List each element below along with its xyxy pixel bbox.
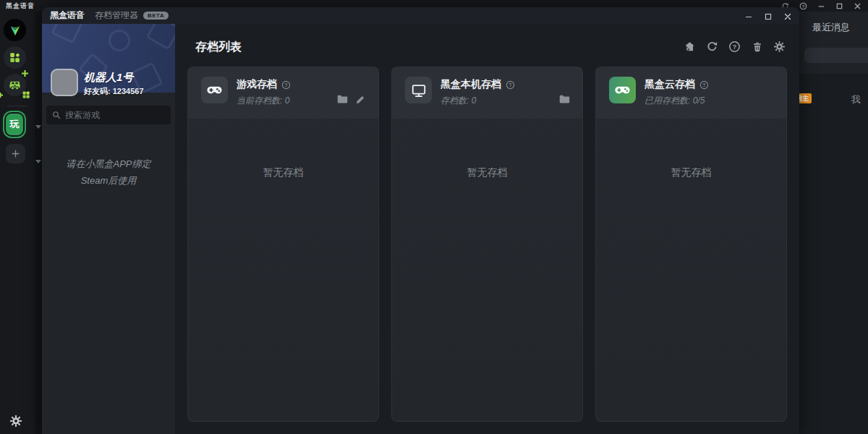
modal-titlebar: 黑盒语音 存档管理器 BETA: [42, 7, 799, 24]
help-icon[interactable]: ?: [506, 80, 515, 90]
mini-apps-badge-icon: [22, 90, 30, 99]
empty-state-text: 暂无存档: [392, 166, 582, 179]
friend-code: 好友码: 1234567: [84, 86, 144, 97]
me-label: 我: [851, 93, 861, 106]
save-list-toolbar: ?: [683, 40, 786, 54]
profile-panel: 机器人1号 好友码: 1234567 请在小黑盒APP绑定 Steam后使用: [42, 24, 175, 434]
close-icon[interactable]: [783, 12, 792, 21]
add-button[interactable]: [6, 144, 25, 163]
svg-text:?: ?: [703, 82, 706, 87]
home-icon[interactable]: [683, 40, 697, 54]
trash-icon[interactable]: [750, 40, 764, 54]
background-window-edge: [35, 12, 42, 434]
avatar[interactable]: [51, 69, 78, 96]
app-title: 黑盒语音: [6, 1, 35, 11]
help-icon[interactable]: ?: [799, 1, 807, 10]
save-card-local[interactable]: 黑盒本机存档 ? 存档数: 0 暂无存档: [391, 67, 583, 422]
svg-text:?: ?: [801, 4, 804, 8]
beta-badge: BETA: [143, 12, 169, 20]
save-list-panel: 存档列表 ?: [175, 24, 799, 434]
help-icon[interactable]: ?: [281, 80, 291, 90]
gear-icon[interactable]: [773, 40, 786, 54]
edit-icon[interactable]: [354, 93, 367, 106]
empty-state-text: 暂无存档: [188, 166, 378, 179]
sparkle-icon: [0, 93, 3, 98]
empty-state-text: 暂无存档: [596, 166, 786, 179]
chevron-down-icon[interactable]: [35, 125, 41, 129]
chevron-down-icon[interactable]: [35, 160, 41, 163]
gamepad-icon: [201, 77, 228, 103]
folder-icon[interactable]: [336, 93, 349, 106]
gamepad-cloud-icon: [609, 77, 636, 103]
game-search-box[interactable]: [46, 106, 171, 124]
play-tab-label: 玩: [10, 118, 20, 131]
help-icon[interactable]: ?: [728, 40, 741, 54]
screen: 黑盒语音 ?: [0, 0, 868, 434]
bind-hint-line2: Steam后使用: [42, 174, 175, 187]
card-subtitle: 已用存档数: 0/5: [644, 95, 705, 107]
save-card-game[interactable]: 游戏存档 ? 当前存档数: 0 暂无存档: [187, 67, 379, 422]
minimize-icon[interactable]: [744, 12, 753, 21]
recent-messages-panel: 最近消息: [799, 12, 868, 434]
modal-page-name: 存档管理器: [95, 9, 138, 22]
monitor-icon: [405, 77, 432, 103]
heybox-logo[interactable]: [4, 19, 26, 41]
minimize-icon[interactable]: [817, 1, 825, 10]
card-subtitle: 当前存档数: 0: [237, 95, 289, 107]
card-title: 黑盒本机存档: [441, 78, 501, 91]
svg-text:?: ?: [509, 82, 512, 87]
gear-icon[interactable]: [9, 414, 22, 427]
app-sidebar: 玩: [0, 12, 35, 434]
message-card[interactable]: [804, 48, 868, 63]
close-icon[interactable]: [853, 1, 861, 10]
bind-hint-line1: 请在小黑盒APP绑定: [42, 158, 175, 171]
play-tab-button[interactable]: 玩: [6, 114, 23, 135]
card-subtitle: 存档数: 0: [441, 95, 476, 107]
card-title: 游戏存档: [237, 78, 277, 91]
maximize-icon[interactable]: [835, 1, 843, 10]
apps-grid-icon[interactable]: [4, 46, 26, 69]
save-card-cloud[interactable]: 黑盒云存档 ? 已用存档数: 0/5 暂无存档: [595, 67, 787, 422]
card-title: 黑盒云存档: [644, 78, 695, 91]
refresh-icon[interactable]: [705, 40, 719, 54]
profile-name: 机器人1号: [84, 71, 133, 85]
search-input[interactable]: [65, 110, 165, 120]
svg-text:?: ?: [285, 82, 288, 87]
maximize-icon[interactable]: [764, 12, 773, 21]
help-icon[interactable]: ?: [699, 80, 709, 90]
page-title: 存档列表: [195, 40, 242, 55]
modal-window-controls: [744, 12, 792, 21]
modal-app-name: 黑盒语音: [50, 9, 85, 22]
folder-icon[interactable]: [558, 93, 571, 106]
game-bus-icon[interactable]: [4, 74, 26, 96]
sparkle-icon: [22, 70, 28, 77]
save-manager-window: 黑盒语音 存档管理器 BETA: [42, 7, 799, 434]
chat-area: [799, 74, 868, 434]
search-icon: [52, 111, 61, 119]
recent-messages-title: 最近消息: [812, 21, 850, 34]
sidebar-divider: [7, 106, 27, 106]
svg-text:?: ?: [733, 43, 736, 51]
